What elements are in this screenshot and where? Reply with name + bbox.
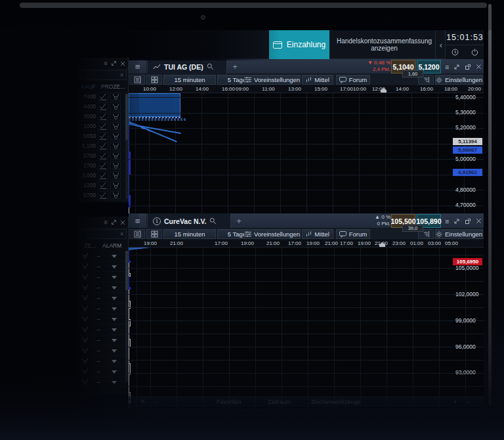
alarm-row[interactable]: -- — [79, 366, 128, 377]
dropdown-caret-icon[interactable] — [112, 263, 117, 270]
dropdown-caret-icon[interactable] — [112, 316, 117, 322]
chart1-plot-area[interactable]: 5,400005,300005,200005,000004,800004,700… — [129, 93, 484, 213]
alarm-row[interactable]: -- — [79, 324, 128, 335]
chart2-menu-icon[interactable]: ≡ — [129, 213, 147, 229]
chart2-presets-button[interactable]: Voreinstellungen — [244, 229, 301, 239]
column-zeit[interactable]: ZE... — [79, 242, 96, 249]
search-icon[interactable] — [207, 63, 214, 70]
chart2-add-tab[interactable]: + — [232, 213, 245, 229]
column-kauf[interactable]: KAUF — [79, 83, 96, 90]
dropdown-caret-icon[interactable] — [112, 347, 117, 354]
watchlist-row[interactable]: 1000 — [79, 121, 128, 131]
trendline[interactable] — [129, 248, 278, 249]
chart2-instrument-tab[interactable]: 1 CureVac N.V. — [148, 213, 231, 229]
collapse-chevron-icon[interactable]: ‹ — [437, 30, 445, 59]
chart2-mittel-button[interactable]: Mittel — [302, 229, 333, 239]
window-menu-icon[interactable]: ≡ — [445, 63, 449, 71]
close-icon[interactable] — [120, 220, 125, 225]
alarm-row[interactable]: -- — [79, 261, 128, 272]
pencil-icon[interactable]: ✎ — [140, 399, 146, 405]
chart1-presets-button[interactable]: Voreinstellungen — [244, 75, 301, 85]
chart2-time-axis[interactable]: 19:0021:0017:0019:0021:0017:0019:0021:00… — [129, 240, 484, 248]
chart2-forum-button[interactable]: Forum — [336, 229, 370, 239]
window-menu-icon[interactable]: ≡ — [445, 217, 449, 225]
menu-icon[interactable]: ≡ — [104, 219, 108, 226]
chart-check-icon[interactable] — [98, 181, 108, 189]
chart1-mittel-button[interactable]: Mittel — [302, 75, 333, 85]
bull-icon[interactable] — [110, 142, 121, 150]
chart1-add-tab[interactable]: + — [228, 59, 242, 74]
zoom-in-icon[interactable]: + — [453, 399, 457, 405]
expand-icon[interactable] — [111, 60, 117, 66]
bull-icon[interactable] — [110, 171, 121, 179]
chart2-plot-area[interactable]: 105,0000102,000099,000096,000093,0000105… — [129, 248, 484, 408]
dropdown-caret-icon[interactable] — [112, 305, 117, 312]
favorites-label[interactable]: Favoriten — [217, 399, 242, 405]
chart-check-icon[interactable] — [98, 142, 108, 150]
chart2-settings-button[interactable]: Einstellungen — [435, 229, 483, 239]
search-icon[interactable] — [209, 217, 217, 225]
bull-icon[interactable] — [110, 152, 121, 160]
zoom-out-icon[interactable]: − — [467, 399, 470, 405]
alarm-row[interactable]: -- — [79, 345, 128, 356]
layout-grid-icon[interactable] — [146, 229, 162, 239]
orderbook-icon[interactable] — [129, 75, 145, 85]
logout-button[interactable] — [465, 45, 484, 59]
dropdown-caret-icon[interactable] — [112, 274, 117, 280]
chart-check-icon[interactable] — [98, 152, 108, 160]
bull-icon[interactable] — [110, 93, 121, 100]
trendline[interactable] — [129, 248, 278, 250]
chart-check-icon[interactable] — [98, 93, 108, 100]
watchlist-row[interactable]: 5700 — [79, 151, 128, 161]
watchlist-row[interactable]: 5700 — [79, 190, 128, 200]
chart1-settings-button[interactable]: Einstellungen — [435, 75, 483, 85]
bull-icon[interactable] — [81, 378, 91, 385]
layout-grid-icon[interactable] — [146, 75, 162, 85]
bull-icon[interactable] — [81, 252, 91, 259]
menu-icon[interactable]: ≡ — [104, 60, 108, 67]
expand-icon[interactable] — [453, 218, 460, 225]
bull-icon[interactable] — [110, 122, 121, 130]
dropdown-caret-icon[interactable] — [112, 295, 117, 301]
watchlist-scrollbar[interactable] — [125, 94, 128, 199]
bull-icon[interactable] — [110, 102, 121, 110]
chart1-instrument-tab[interactable]: TUI AG (DE) — [148, 59, 227, 74]
dropdown-caret-icon[interactable] — [112, 337, 117, 343]
alarm-row[interactable]: -- — [79, 303, 128, 314]
column-alarm[interactable]: ALARM — [102, 242, 121, 249]
watchlist-row[interactable]: 2700 — [79, 161, 128, 171]
expand-icon[interactable] — [453, 64, 460, 70]
dropdown-caret-icon[interactable] — [112, 284, 117, 291]
watchlist-row[interactable]: 3,000 — [79, 171, 128, 181]
chart-check-icon[interactable] — [98, 112, 108, 120]
bull-icon[interactable] — [110, 191, 121, 199]
chart-check-icon[interactable] — [98, 132, 108, 140]
popout-icon[interactable] — [465, 218, 471, 225]
bull-icon[interactable] — [81, 305, 91, 312]
bull-icon[interactable] — [110, 132, 121, 140]
bull-icon[interactable] — [81, 336, 91, 343]
cursor-icon[interactable]: ◌ — [155, 399, 158, 405]
bull-icon[interactable] — [81, 263, 91, 270]
alarm-row[interactable]: -- — [79, 377, 128, 387]
deposit-button[interactable]: Einzahlung — [269, 30, 329, 59]
chart-check-icon[interactable] — [98, 171, 108, 179]
alarm-row[interactable]: -- — [79, 282, 128, 293]
alarm-row[interactable]: -- — [79, 356, 128, 366]
watchlist-row[interactable]: 9500 — [79, 112, 128, 121]
expand-icon[interactable] — [111, 219, 117, 225]
watchlist-row[interactable]: 5,100 — [79, 141, 128, 151]
popout-icon[interactable] — [465, 64, 471, 70]
watchlist-filter-input[interactable]: ✕ — [80, 70, 127, 80]
chart-check-icon[interactable] — [98, 162, 108, 169]
watchlist-row[interactable]: 7400 — [79, 92, 128, 102]
bull-icon[interactable] — [110, 112, 121, 120]
column-prozent[interactable]: PROZE... — [101, 83, 125, 90]
alarm-filter-input[interactable]: ✕ — [80, 229, 127, 239]
orderbook-icon[interactable] — [129, 229, 145, 239]
history-button[interactable] — [446, 45, 465, 59]
watchlist-row[interactable]: 4400 — [79, 102, 128, 112]
bull-icon[interactable] — [81, 294, 91, 301]
bull-icon[interactable] — [81, 347, 91, 354]
watchlist-row[interactable]: 1200 — [79, 181, 128, 190]
